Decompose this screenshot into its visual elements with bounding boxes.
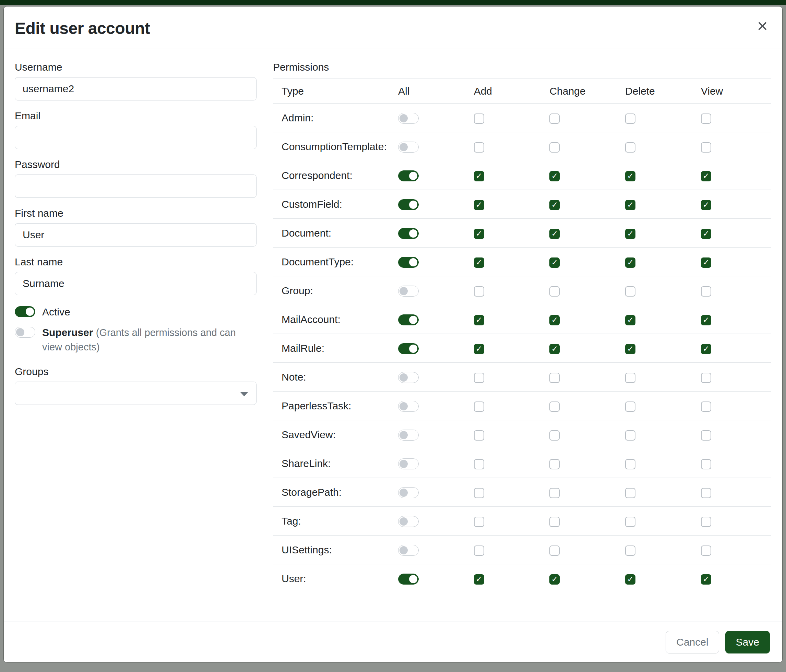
permission-delete-checkbox[interactable] <box>625 286 635 297</box>
permission-all-toggle[interactable] <box>398 199 419 210</box>
permission-delete-checkbox[interactable] <box>625 171 635 181</box>
permission-add-checkbox[interactable] <box>474 459 484 469</box>
permission-change-checkbox[interactable] <box>549 257 560 268</box>
permission-all-toggle[interactable] <box>398 314 419 325</box>
permission-add-checkbox[interactable] <box>474 344 484 354</box>
permission-all-toggle[interactable] <box>398 574 419 584</box>
permission-change-checkbox[interactable] <box>549 229 560 239</box>
permission-row: Note: <box>273 363 771 391</box>
first-name-field[interactable] <box>15 223 256 247</box>
permission-delete-checkbox[interactable] <box>625 373 635 383</box>
permission-add-checkbox[interactable] <box>474 113 484 124</box>
permission-all-toggle[interactable] <box>398 113 419 124</box>
permission-view-checkbox[interactable] <box>701 171 711 181</box>
permission-delete-checkbox[interactable] <box>625 315 635 325</box>
permission-all-toggle[interactable] <box>398 487 419 498</box>
permission-all-toggle[interactable] <box>398 170 419 181</box>
permission-delete-checkbox[interactable] <box>625 402 635 412</box>
permission-change-checkbox[interactable] <box>549 402 560 412</box>
permission-add-checkbox[interactable] <box>474 229 484 239</box>
permission-add-checkbox[interactable] <box>474 286 484 297</box>
permission-delete-checkbox[interactable] <box>625 517 635 527</box>
permission-type-label: Tag: <box>273 507 393 535</box>
permission-change-checkbox[interactable] <box>549 200 560 210</box>
permission-all-toggle[interactable] <box>398 545 419 556</box>
permission-view-checkbox[interactable] <box>701 229 711 239</box>
permission-view-checkbox[interactable] <box>701 574 711 584</box>
permission-change-checkbox[interactable] <box>549 459 560 469</box>
permission-all-toggle[interactable] <box>398 257 419 268</box>
permission-all-toggle[interactable] <box>398 372 419 383</box>
groups-select[interactable] <box>15 382 256 405</box>
permission-view-checkbox[interactable] <box>701 113 711 124</box>
permission-view-checkbox[interactable] <box>701 142 711 152</box>
permission-change-checkbox[interactable] <box>549 344 560 354</box>
active-toggle[interactable] <box>15 306 35 317</box>
permission-all-toggle[interactable] <box>398 343 419 354</box>
permission-delete-checkbox[interactable] <box>625 344 635 354</box>
permission-add-checkbox[interactable] <box>474 517 484 527</box>
permission-view-checkbox[interactable] <box>701 517 711 527</box>
permission-add-checkbox[interactable] <box>474 545 484 556</box>
permission-change-checkbox[interactable] <box>549 517 560 527</box>
username-input[interactable] <box>15 77 256 100</box>
permission-change-checkbox[interactable] <box>549 574 560 584</box>
permission-change-checkbox[interactable] <box>549 142 560 152</box>
save-button[interactable]: Save <box>725 631 770 653</box>
permission-add-checkbox[interactable] <box>474 142 484 152</box>
permission-all-toggle[interactable] <box>398 430 419 441</box>
permission-add-checkbox[interactable] <box>474 373 484 383</box>
permission-all-toggle[interactable] <box>398 458 419 469</box>
permission-delete-checkbox[interactable] <box>625 200 635 210</box>
permission-delete-checkbox[interactable] <box>625 229 635 239</box>
permission-add-checkbox[interactable] <box>474 315 484 325</box>
permission-delete-checkbox[interactable] <box>625 488 635 498</box>
permission-view-checkbox[interactable] <box>701 459 711 469</box>
permission-type-label: MailAccount: <box>273 305 393 334</box>
permission-all-toggle[interactable] <box>398 141 419 152</box>
cancel-button[interactable]: Cancel <box>666 631 719 653</box>
permission-view-checkbox[interactable] <box>701 545 711 556</box>
permission-change-checkbox[interactable] <box>549 113 560 124</box>
permission-view-checkbox[interactable] <box>701 200 711 210</box>
permission-view-checkbox[interactable] <box>701 315 711 325</box>
permission-add-checkbox[interactable] <box>474 171 484 181</box>
permission-change-checkbox[interactable] <box>549 315 560 325</box>
permission-all-toggle[interactable] <box>398 286 419 297</box>
permission-change-checkbox[interactable] <box>549 171 560 181</box>
permission-delete-checkbox[interactable] <box>625 257 635 268</box>
permission-view-checkbox[interactable] <box>701 286 711 297</box>
permission-change-checkbox[interactable] <box>549 488 560 498</box>
close-icon[interactable]: × <box>755 19 770 33</box>
permission-add-checkbox[interactable] <box>474 200 484 210</box>
permission-view-checkbox[interactable] <box>701 488 711 498</box>
permission-add-checkbox[interactable] <box>474 402 484 412</box>
permission-change-checkbox[interactable] <box>549 286 560 297</box>
permission-delete-checkbox[interactable] <box>625 113 635 124</box>
permission-all-toggle[interactable] <box>398 516 419 527</box>
permission-all-toggle[interactable] <box>398 401 419 412</box>
permission-view-checkbox[interactable] <box>701 344 711 354</box>
permission-change-checkbox[interactable] <box>549 545 560 556</box>
email-label: Email <box>15 110 256 122</box>
permission-all-toggle[interactable] <box>398 228 419 239</box>
permission-add-checkbox[interactable] <box>474 430 484 441</box>
permission-add-checkbox[interactable] <box>474 574 484 584</box>
permission-delete-checkbox[interactable] <box>625 545 635 556</box>
email-field[interactable] <box>15 126 256 149</box>
permission-change-checkbox[interactable] <box>549 430 560 441</box>
permission-delete-checkbox[interactable] <box>625 142 635 152</box>
password-field[interactable] <box>15 174 256 198</box>
permission-view-checkbox[interactable] <box>701 402 711 412</box>
permission-view-checkbox[interactable] <box>701 430 711 441</box>
permission-change-checkbox[interactable] <box>549 373 560 383</box>
permission-add-checkbox[interactable] <box>474 488 484 498</box>
permission-delete-checkbox[interactable] <box>625 459 635 469</box>
permission-delete-checkbox[interactable] <box>625 574 635 584</box>
superuser-toggle[interactable] <box>15 327 35 338</box>
permission-view-checkbox[interactable] <box>701 373 711 383</box>
last-name-field[interactable] <box>15 272 256 295</box>
permission-add-checkbox[interactable] <box>474 257 484 268</box>
permission-view-checkbox[interactable] <box>701 257 711 268</box>
permission-delete-checkbox[interactable] <box>625 430 635 441</box>
